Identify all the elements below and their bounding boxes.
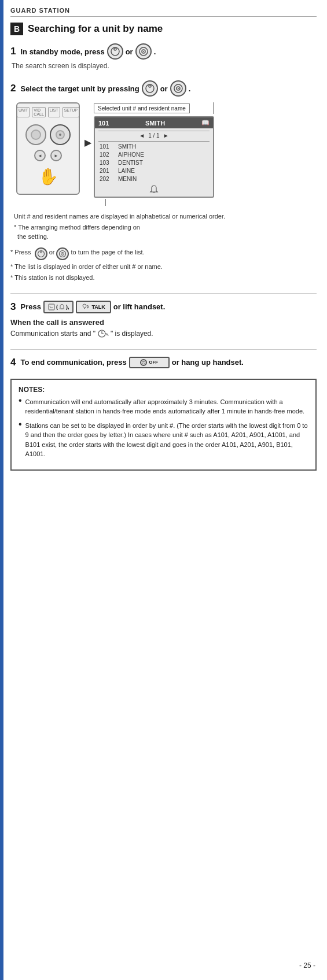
lcd-header-unit: 101 bbox=[98, 120, 109, 127]
svg-rect-17 bbox=[49, 304, 54, 310]
svg-point-12 bbox=[38, 250, 44, 257]
step-2-period: . bbox=[189, 84, 191, 93]
talk-button[interactable]: TALK bbox=[76, 301, 111, 313]
device-top-icons: UNIT VID CALL LIST SETUP bbox=[17, 107, 79, 117]
step-1-period: . bbox=[154, 47, 156, 56]
lcd-row-2-name: DENTIST bbox=[118, 160, 143, 166]
icon-setup: SETUP bbox=[63, 107, 79, 117]
knob-icon-5 bbox=[35, 247, 47, 260]
notes-text-2: Stations can be set to be displayed in o… bbox=[25, 421, 308, 459]
lcd-row-3-num: 201 bbox=[100, 168, 118, 174]
lcd-row-4: 202 MENIN bbox=[98, 175, 210, 183]
lcd-nav: ◄ 1 / 1 ► bbox=[98, 132, 210, 139]
lcd-screen: 101 SMITH 📖 ◄ 1 / 1 ► 101 S bbox=[94, 116, 214, 198]
step-3: 3 Press ( ), bbox=[10, 301, 317, 339]
step-3-subtext-1: Communication starts and " bbox=[10, 330, 95, 338]
lcd-row-2-num: 103 bbox=[100, 160, 118, 166]
callout-line-top bbox=[213, 102, 214, 114]
bell-icon bbox=[59, 304, 65, 310]
step-2-or: or bbox=[160, 84, 168, 93]
step-4-instruction-start: To end communication, press bbox=[20, 358, 126, 367]
step-4: 4 To end communication, press OFF or han… bbox=[10, 357, 317, 368]
talk-label: TALK bbox=[91, 304, 105, 310]
callout-bottom-area bbox=[94, 199, 214, 206]
knob-icon-2 bbox=[135, 43, 152, 60]
device-left-knob[interactable] bbox=[25, 124, 46, 145]
step-3-subtext-2: " is displayed. bbox=[111, 330, 153, 338]
notes-item-1: • Communication will end automatically a… bbox=[19, 397, 308, 416]
step-3-number: 3 Press ( ), bbox=[10, 301, 317, 313]
knob-icon-1 bbox=[107, 43, 123, 60]
icon-video: VID CALL bbox=[32, 107, 46, 117]
device-btn-right[interactable]: ► bbox=[50, 150, 62, 161]
callout-line-bottom bbox=[105, 199, 106, 206]
bullet-star-2: * bbox=[10, 262, 14, 272]
step-2-bullet-3: * This station is not displayed. bbox=[10, 273, 317, 283]
lcd-nav-page: 1 / 1 bbox=[148, 132, 159, 139]
call-button[interactable]: ( ), bbox=[43, 301, 74, 313]
step-2-instruction-text: Select the target unit by pressing bbox=[20, 84, 139, 93]
step-1-or: or bbox=[126, 47, 133, 56]
bullet-text-1b: to turn the page of the list. bbox=[69, 247, 144, 260]
lcd-row-2: 103 DENTIST bbox=[98, 159, 210, 167]
step-3-lift-text: or lift handset. bbox=[113, 302, 166, 311]
talk-icon bbox=[82, 304, 90, 310]
device-right-knob[interactable] bbox=[50, 124, 71, 145]
off-label: OFF bbox=[149, 360, 158, 365]
lcd-header-name: SMITH bbox=[145, 120, 165, 127]
lcd-nav-right: ► bbox=[163, 132, 169, 139]
bullet-star-1: * bbox=[10, 247, 14, 260]
lcd-row-4-name: MENIN bbox=[118, 176, 137, 182]
step-3-body: When the call is answered Communication … bbox=[10, 318, 317, 339]
off-button[interactable]: OFF bbox=[129, 357, 170, 368]
icon-unit: UNIT bbox=[17, 107, 30, 117]
step-1-number: 1 In standby mode, press or bbox=[10, 43, 317, 60]
left-accent-bar bbox=[0, 0, 3, 980]
device-left-knob-inner bbox=[31, 130, 41, 140]
knob-icon-4 bbox=[170, 80, 186, 97]
step-1-description: The search screen is displayed. bbox=[12, 62, 317, 70]
lcd-book-icon: 📖 bbox=[201, 119, 210, 127]
callout-label-box: Selected unit # and resident name bbox=[94, 103, 190, 113]
step-2-screen-area: UNIT VID CALL LIST SETUP ◄ bbox=[16, 102, 317, 206]
callout-area: Selected unit # and resident name bbox=[94, 102, 214, 114]
hand-icon: ✋ bbox=[38, 167, 58, 186]
svg-point-16 bbox=[63, 253, 64, 254]
bullet-text-3: This station is not displayed. bbox=[14, 273, 94, 283]
lcd-row-3-name: LAINE bbox=[118, 168, 135, 174]
step-2-note-1: Unit # and resident names are displayed … bbox=[12, 212, 317, 221]
step-2-bullets: * Press or to turn the pa bbox=[10, 247, 317, 283]
notes-bullet-1: • bbox=[19, 396, 22, 405]
bullet-text-1: Press bbox=[14, 247, 34, 260]
page-number: - 25 - bbox=[299, 961, 321, 974]
step-2-notes: Unit # and resident names are displayed … bbox=[12, 212, 317, 242]
divider-1 bbox=[10, 293, 317, 294]
notes-item-2: • Stations can be set to be displayed in… bbox=[19, 421, 308, 459]
svg-point-1 bbox=[114, 48, 116, 50]
svg-point-13 bbox=[40, 251, 42, 253]
arrow-right-icon: ▶ bbox=[84, 137, 91, 148]
device-btn-left[interactable]: ◄ bbox=[34, 150, 46, 161]
bullet-text-2: The list is displayed in order of either… bbox=[14, 262, 163, 272]
call-btn-label: ( bbox=[56, 304, 58, 310]
lcd-row-1-name: AIPHONE bbox=[118, 151, 144, 158]
step-2-note-2: * The arranging method differs depending… bbox=[12, 223, 317, 242]
step-2-bullet-1: * Press or to turn the pa bbox=[10, 247, 317, 260]
step-2: 2 Select the target unit by pressing or bbox=[10, 80, 317, 283]
device-bottom-row: ◄ ► bbox=[34, 150, 62, 161]
notes-text-1: Communication will end automatically aft… bbox=[25, 397, 308, 416]
bullet-star-3: * bbox=[10, 273, 14, 283]
call-icon bbox=[48, 304, 55, 310]
lcd-sep-2 bbox=[98, 141, 210, 142]
notes-title: NOTES: bbox=[19, 386, 308, 394]
bullet-or-1: or bbox=[47, 247, 57, 260]
notes-bullet-2: • bbox=[19, 420, 22, 429]
lcd-header: 101 SMITH 📖 bbox=[95, 117, 213, 128]
lcd-row-0-num: 101 bbox=[100, 143, 118, 150]
svg-point-6 bbox=[146, 84, 154, 93]
off-power-icon bbox=[141, 360, 146, 365]
lcd-sep-1 bbox=[98, 131, 210, 131]
svg-point-0 bbox=[111, 47, 119, 56]
icon-list: LIST bbox=[48, 107, 60, 117]
divider-2 bbox=[10, 349, 317, 350]
